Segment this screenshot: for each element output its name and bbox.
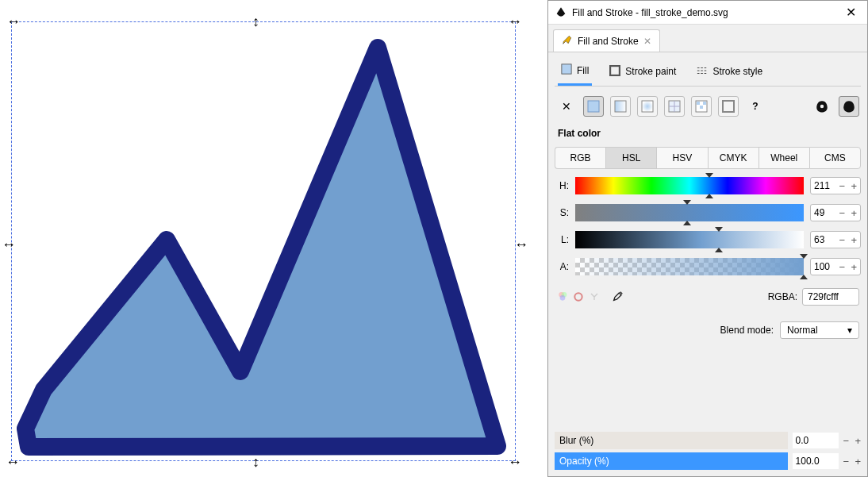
color-model-tabs: RGB HSL HSV CMYK Wheel CMS (555, 147, 861, 169)
lig-label: L: (555, 234, 569, 245)
tab-stroke-style-label: Stroke style (712, 66, 762, 77)
opacity-slider[interactable]: Opacity (%) (555, 452, 788, 470)
hue-spin[interactable]: 211− + (810, 177, 861, 194)
close-button[interactable]: ✕ (841, 3, 861, 21)
scale-handle-w[interactable]: ↔ (2, 237, 16, 253)
alpha-spin[interactable]: 100− + (810, 258, 861, 275)
lig-spin[interactable]: 63− + (810, 231, 861, 248)
svg-rect-10 (723, 101, 734, 112)
alpha-label: A: (555, 261, 569, 272)
pattern-button[interactable] (691, 96, 712, 117)
rgba-label: RGBA: (768, 291, 797, 302)
tab-stroke-style[interactable]: Stroke style (693, 59, 766, 86)
blur-spin-buttons[interactable]: − + (843, 435, 861, 447)
svg-rect-4 (642, 101, 653, 112)
dock-tab-fill-stroke[interactable]: Fill and Stroke ✕ (553, 29, 660, 52)
tab-stroke-paint[interactable]: Stroke paint (606, 59, 679, 86)
svg-rect-8 (703, 102, 706, 105)
svg-rect-7 (697, 102, 700, 105)
opacity-spin-buttons[interactable]: − + (843, 456, 861, 467)
opacity-label: Opacity (%) (555, 456, 609, 467)
unknown-paint-button[interactable]: ? (745, 96, 766, 117)
out-of-gamut-icon (572, 290, 585, 303)
no-paint-button[interactable]: ✕ (556, 100, 577, 113)
blend-mode-label: Blend mode: (720, 325, 774, 336)
dock-tab-close[interactable]: ✕ (643, 36, 651, 47)
dock-tab-label: Fill and Stroke (578, 36, 639, 47)
swatch-button[interactable] (718, 96, 739, 117)
model-cms[interactable]: CMS (809, 147, 861, 169)
tab-fill-label: Fill (577, 65, 589, 76)
svg-point-13 (560, 295, 566, 301)
selected-shape[interactable] (8, 16, 524, 476)
blur-value[interactable]: 0.0 (793, 433, 839, 448)
dock-tabs: Fill and Stroke ✕ (548, 25, 867, 52)
app-icon (555, 6, 567, 19)
model-rgb[interactable]: RGB (555, 147, 605, 169)
eyedropper-button[interactable] (612, 290, 624, 305)
svg-rect-1 (610, 65, 620, 75)
model-cmyk[interactable]: CMYK (708, 147, 759, 169)
mesh-gradient-button[interactable] (664, 96, 685, 117)
canvas[interactable]: ↔ ↕ ↔ ↔ ↔ ↔ ↕ ↔ (0, 0, 547, 477)
scale-handle-s[interactable]: ↕ (252, 454, 259, 471)
model-wheel[interactable]: Wheel (759, 147, 809, 169)
scale-handle-ne[interactable]: ↔ (508, 13, 522, 30)
linear-gradient-button[interactable] (610, 96, 631, 117)
sat-label: S: (555, 207, 569, 218)
window-title: Fill and Stroke - fill_stroke_demo.svg (572, 7, 841, 18)
svg-rect-9 (700, 106, 703, 109)
attribute-tabs: Fill Stroke paint Stroke style (555, 59, 861, 87)
scale-handle-se[interactable]: ↔ (508, 454, 522, 471)
stroke-paint-icon (609, 65, 620, 79)
blur-slider[interactable]: Blur (%) (555, 432, 788, 449)
blend-mode-value: Normal (787, 325, 818, 336)
svg-rect-0 (562, 64, 571, 74)
chevron-down-icon: ▾ (847, 325, 852, 336)
alpha-slider[interactable] (575, 258, 804, 275)
paintbrush-icon (562, 34, 573, 48)
model-hsl[interactable]: HSL (605, 147, 656, 169)
sat-slider[interactable] (575, 204, 804, 221)
titlebar[interactable]: Fill and Stroke - fill_stroke_demo.svg ✕ (548, 1, 867, 25)
blur-label: Blur (%) (555, 435, 593, 446)
stroke-style-icon (697, 65, 708, 79)
model-hsv[interactable]: HSV (656, 147, 707, 169)
hole-toggle[interactable] (812, 96, 832, 117)
fill-swatch-icon (561, 63, 572, 77)
radial-gradient-button[interactable] (637, 96, 658, 117)
managed-color-icons (556, 290, 624, 305)
scale-handle-e[interactable]: ↔ (514, 237, 528, 253)
svg-rect-3 (615, 101, 626, 112)
flat-color-label: Flat color (555, 126, 861, 140)
paint-type-row: ✕ ? (555, 93, 861, 120)
lig-slider[interactable] (575, 231, 804, 248)
svg-rect-2 (588, 101, 599, 112)
rgba-input[interactable] (802, 288, 859, 306)
color-management-icon (556, 290, 569, 303)
blend-mode-select[interactable]: Normal ▾ (780, 321, 859, 339)
opacity-value[interactable]: 100.0 (793, 453, 839, 469)
fill-toggle[interactable] (839, 96, 859, 117)
flat-color-button[interactable] (583, 96, 604, 117)
sat-spin[interactable]: 49− + (810, 204, 861, 221)
scale-handle-n[interactable]: ↕ (252, 13, 259, 30)
scale-handle-sw[interactable]: ↔ (6, 454, 20, 471)
hue-slider[interactable] (575, 177, 804, 194)
tab-fill[interactable]: Fill (558, 59, 592, 86)
fill-and-stroke-dialog: Fill and Stroke - fill_stroke_demo.svg ✕… (547, 0, 868, 477)
hue-label: H: (555, 180, 569, 191)
too-much-ink-icon (588, 290, 601, 303)
scale-handle-nw[interactable]: ↔ (6, 13, 21, 30)
tab-stroke-paint-label: Stroke paint (625, 66, 676, 77)
svg-point-14 (574, 293, 582, 300)
